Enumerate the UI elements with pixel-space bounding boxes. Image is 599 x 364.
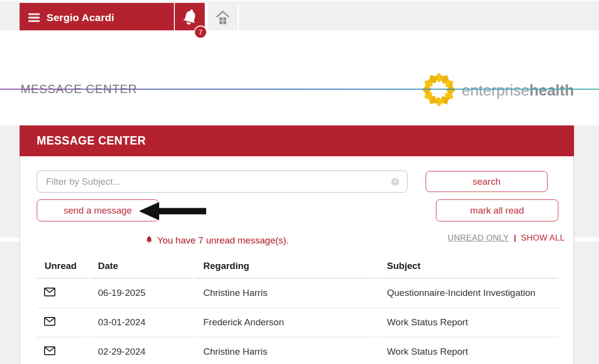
- message-row-unread-icon[interactable]: [37, 308, 88, 338]
- panel-title: MESSAGE CENTER: [37, 134, 146, 147]
- show-all-link[interactable]: SHOW ALL: [521, 233, 565, 243]
- logo-text-light: enterprise: [462, 82, 529, 99]
- page-background: [0, 242, 20, 364]
- links-separator: |: [514, 233, 516, 243]
- bell-icon: [181, 7, 199, 28]
- pointer-arrow-annotation: [140, 202, 207, 222]
- message-row-date[interactable]: 03-01-2024: [90, 308, 192, 338]
- home-icon: [212, 6, 234, 29]
- search-button[interactable]: search: [426, 171, 548, 192]
- header-accent-line: [0, 89, 599, 90]
- enterprise-health-logo: enterprisehealth: [421, 73, 574, 109]
- mark-all-read-button[interactable]: mark all read: [436, 199, 558, 221]
- message-center-panel: ✕ search send a message mark all read Yo…: [20, 156, 574, 364]
- page-background: [574, 125, 599, 238]
- filter-subject-input[interactable]: [37, 170, 407, 193]
- message-row-unread-icon[interactable]: [37, 338, 88, 364]
- unread-notice: You have 7 unread message(s).: [145, 235, 289, 246]
- logo-flower-icon: [421, 72, 457, 110]
- column-header-date: Date: [90, 254, 192, 279]
- clear-filter-icon[interactable]: ✕: [391, 178, 399, 186]
- message-row-unread-icon[interactable]: [37, 279, 88, 308]
- envelope-icon: [44, 288, 55, 299]
- message-row-subject[interactable]: Work Status Report: [377, 338, 558, 364]
- column-header-regarding: Regarding: [194, 254, 375, 279]
- view-filter-links: UNREAD ONLY | SHOW ALL: [448, 233, 565, 243]
- logo-text-bold: health: [529, 82, 574, 99]
- message-row-regarding[interactable]: Christine Harris: [194, 279, 375, 308]
- user-name: Sergio Acardi: [47, 12, 114, 24]
- page-background: [574, 242, 599, 364]
- message-row-date[interactable]: 06-19-2025: [90, 279, 192, 308]
- unread-bell-icon: [145, 235, 153, 246]
- message-row-subject[interactable]: Work Status Report: [377, 308, 558, 338]
- column-header-subject: Subject: [377, 254, 558, 279]
- page-header: MESSAGE CENTER: [0, 30, 599, 89]
- messages-table: Unread Date Regarding Subject 06-19-2025…: [37, 254, 558, 364]
- divider: [238, 3, 239, 32]
- envelope-icon: [44, 317, 55, 328]
- envelope-icon: [44, 346, 55, 358]
- unread-only-link[interactable]: UNREAD ONLY: [448, 233, 509, 243]
- message-row-regarding[interactable]: Christine Harris: [194, 338, 375, 364]
- user-menu-button[interactable]: Sergio Acardi: [20, 3, 174, 32]
- home-button[interactable]: [208, 3, 238, 32]
- message-row-date[interactable]: 02-29-2024: [90, 338, 192, 364]
- page-background: [0, 125, 20, 238]
- column-header-unread: Unread: [37, 254, 88, 279]
- message-row-subject[interactable]: Questionnaire-Incident Investigation: [377, 279, 558, 308]
- notification-badge[interactable]: 7: [194, 25, 207, 39]
- top-bar: Sergio Acardi: [0, 0, 599, 30]
- panel-header: MESSAGE CENTER: [20, 125, 574, 156]
- unread-notice-text: You have 7 unread message(s).: [157, 235, 289, 246]
- hamburger-menu-icon[interactable]: [28, 13, 40, 22]
- message-row-regarding[interactable]: Frederick Anderson: [194, 308, 375, 338]
